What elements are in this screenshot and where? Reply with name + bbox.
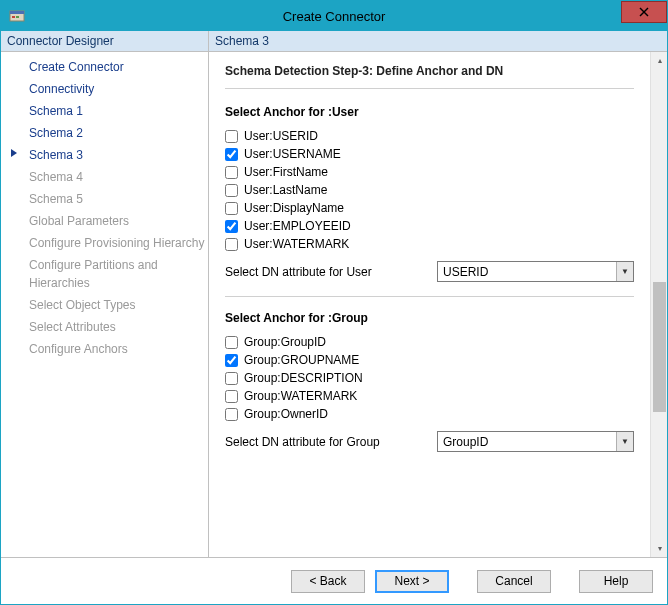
divider (225, 296, 634, 297)
group-anchor-checkboxes: Group:GroupIDGroup:GROUPNAMEGroup:DESCRI… (225, 335, 634, 421)
anchor-checkbox[interactable] (225, 238, 238, 251)
anchor-checkbox-row[interactable]: Group:DESCRIPTION (225, 371, 634, 385)
anchor-checkbox[interactable] (225, 202, 238, 215)
user-dn-row: Select DN attribute for User USERID ▼ (225, 261, 634, 282)
nav-item[interactable]: Create Connector (1, 56, 208, 78)
chevron-down-icon: ▼ (616, 432, 633, 451)
vertical-scrollbar[interactable]: ▴ ▾ (650, 52, 667, 557)
anchor-checkbox-label: User:EMPLOYEEID (244, 219, 351, 233)
main-header: Schema 3 (209, 31, 667, 52)
anchor-checkbox-row[interactable]: Group:GroupID (225, 335, 634, 349)
titlebar: Create Connector (1, 1, 667, 31)
scroll-up-icon[interactable]: ▴ (651, 52, 667, 69)
anchor-checkbox-label: User:USERNAME (244, 147, 341, 161)
user-dn-label: Select DN attribute for User (225, 265, 425, 279)
sidebar-header: Connector Designer (1, 31, 208, 52)
wizard-window: Create Connector Connector Designer Crea… (0, 0, 668, 605)
group-dn-combo[interactable]: GroupID ▼ (437, 431, 634, 452)
anchor-checkbox[interactable] (225, 390, 238, 403)
anchor-checkbox-label: Group:DESCRIPTION (244, 371, 363, 385)
nav-item: Select Object Types (1, 294, 208, 316)
close-button[interactable] (621, 1, 667, 23)
nav-item[interactable]: Schema 3 (1, 144, 208, 166)
anchor-checkbox-row[interactable]: User:DisplayName (225, 201, 634, 215)
anchor-checkbox-label: User:LastName (244, 183, 327, 197)
anchor-checkbox[interactable] (225, 220, 238, 233)
anchor-checkbox-row[interactable]: Group:OwnerID (225, 407, 634, 421)
anchor-checkbox-row[interactable]: User:WATERMARK (225, 237, 634, 251)
anchor-checkbox[interactable] (225, 354, 238, 367)
group-dn-row: Select DN attribute for Group GroupID ▼ (225, 431, 634, 452)
nav-item: Select Attributes (1, 316, 208, 338)
cancel-button[interactable]: Cancel (477, 570, 551, 593)
footer: < Back Next > Cancel Help (1, 558, 667, 604)
nav-item: Configure Partitions and Hierarchies (1, 254, 208, 294)
user-dn-value: USERID (438, 265, 493, 279)
step-title: Schema Detection Step-3: Define Anchor a… (225, 64, 634, 89)
anchor-checkbox[interactable] (225, 408, 238, 421)
anchor-checkbox-row[interactable]: User:EMPLOYEEID (225, 219, 634, 233)
group-anchor-label: Select Anchor for :Group (225, 311, 634, 325)
nav-item: Schema 5 (1, 188, 208, 210)
nav-item[interactable]: Schema 2 (1, 122, 208, 144)
anchor-checkbox-row[interactable]: User:FirstName (225, 165, 634, 179)
nav-item: Global Parameters (1, 210, 208, 232)
help-button[interactable]: Help (579, 570, 653, 593)
anchor-checkbox-label: User:USERID (244, 129, 318, 143)
anchor-checkbox-label: User:WATERMARK (244, 237, 349, 251)
user-anchor-label: Select Anchor for :User (225, 105, 634, 119)
anchor-checkbox-label: User:DisplayName (244, 201, 344, 215)
anchor-checkbox-row[interactable]: User:LastName (225, 183, 634, 197)
anchor-checkbox-label: Group:GroupID (244, 335, 326, 349)
wizard-body: Connector Designer Create ConnectorConne… (1, 31, 667, 558)
anchor-checkbox-row[interactable]: Group:WATERMARK (225, 389, 634, 403)
anchor-checkbox-row[interactable]: User:USERID (225, 129, 634, 143)
close-icon (639, 7, 649, 17)
anchor-checkbox[interactable] (225, 166, 238, 179)
anchor-checkbox[interactable] (225, 184, 238, 197)
content: Schema Detection Step-3: Define Anchor a… (209, 52, 650, 557)
nav-item: Schema 4 (1, 166, 208, 188)
anchor-checkbox[interactable] (225, 336, 238, 349)
group-dn-value: GroupID (438, 435, 493, 449)
anchor-checkbox-label: Group:WATERMARK (244, 389, 357, 403)
anchor-checkbox-row[interactable]: User:USERNAME (225, 147, 634, 161)
window-title: Create Connector (1, 9, 667, 24)
sidebar: Connector Designer Create ConnectorConne… (1, 31, 209, 557)
chevron-down-icon: ▼ (616, 262, 633, 281)
next-button[interactable]: Next > (375, 570, 449, 593)
main-panel: Schema 3 Schema Detection Step-3: Define… (209, 31, 667, 557)
anchor-checkbox-label: Group:OwnerID (244, 407, 328, 421)
anchor-checkbox[interactable] (225, 130, 238, 143)
content-wrapper: Schema Detection Step-3: Define Anchor a… (209, 52, 667, 557)
anchor-checkbox-label: User:FirstName (244, 165, 328, 179)
user-dn-combo[interactable]: USERID ▼ (437, 261, 634, 282)
back-button[interactable]: < Back (291, 570, 365, 593)
group-dn-label: Select DN attribute for Group (225, 435, 425, 449)
scroll-down-icon[interactable]: ▾ (651, 540, 667, 557)
nav-item: Configure Anchors (1, 338, 208, 360)
nav-item[interactable]: Connectivity (1, 78, 208, 100)
anchor-checkbox[interactable] (225, 372, 238, 385)
anchor-checkbox[interactable] (225, 148, 238, 161)
nav-item[interactable]: Schema 1 (1, 100, 208, 122)
nav-item: Configure Provisioning Hierarchy (1, 232, 208, 254)
scrollbar-thumb[interactable] (653, 282, 666, 412)
anchor-checkbox-label: Group:GROUPNAME (244, 353, 359, 367)
anchor-checkbox-row[interactable]: Group:GROUPNAME (225, 353, 634, 367)
nav-list: Create ConnectorConnectivitySchema 1Sche… (1, 52, 208, 364)
user-anchor-checkboxes: User:USERIDUser:USERNAMEUser:FirstNameUs… (225, 129, 634, 251)
